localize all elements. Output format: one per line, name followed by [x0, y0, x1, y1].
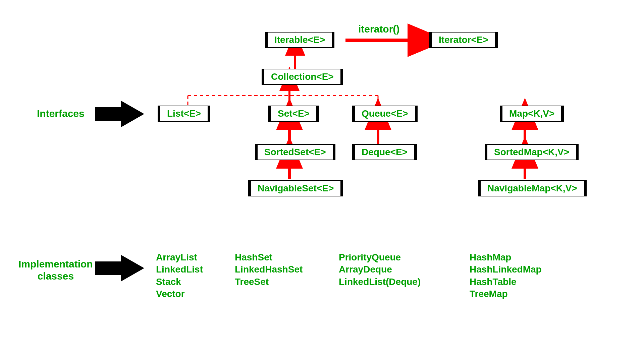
impl-list-list: ArrayListLinkedListStackVector [156, 251, 203, 300]
black-arrow-interfaces [95, 101, 144, 127]
box-iterator: Iterator<E> [429, 32, 498, 48]
label-iterator-method: iterator() [358, 23, 399, 35]
impl-list-set: HashSetLinkedHashSetTreeSet [235, 251, 303, 288]
box-deque: Deque<E> [352, 144, 417, 160]
impl-item: LinkedList [156, 263, 203, 276]
box-map: Map<K,V> [500, 106, 564, 122]
impl-item: TreeMap [470, 288, 542, 300]
impl-item: LinkedList(Deque) [339, 276, 421, 288]
impl-item: Stack [156, 276, 203, 288]
impl-item: Vector [156, 288, 203, 300]
impl-item: TreeSet [235, 276, 303, 288]
label-implementation: Implementation classes [18, 258, 93, 282]
impl-item: ArrayDeque [339, 263, 421, 276]
box-sortedmap: SortedMap<K,V> [485, 144, 579, 160]
impl-item: ArrayList [156, 251, 203, 263]
box-collection: Collection<E> [262, 69, 343, 85]
impl-item: HashSet [235, 251, 303, 263]
impl-list-map: HashMapHashLinkedMapHashTableTreeMap [470, 251, 542, 300]
box-navigablemap: NavigableMap<K,V> [478, 180, 587, 196]
impl-item: LinkedHashSet [235, 263, 303, 276]
label-interfaces: Interfaces [37, 108, 85, 119]
black-arrow-implementation [95, 255, 144, 282]
box-list: List<E> [158, 106, 210, 122]
impl-item: PriorityQueue [339, 251, 421, 263]
box-set: Set<E> [268, 106, 319, 122]
box-queue: Queue<E> [352, 106, 418, 122]
box-iterable: Iterable<E> [265, 32, 334, 48]
impl-item: HashTable [470, 276, 542, 288]
box-navigableset: NavigableSet<E> [248, 180, 343, 196]
box-sortedset: SortedSet<E> [255, 144, 335, 160]
impl-item: HashLinkedMap [470, 263, 542, 276]
impl-list-queue: PriorityQueueArrayDequeLinkedList(Deque) [339, 251, 421, 288]
impl-item: HashMap [470, 251, 542, 263]
